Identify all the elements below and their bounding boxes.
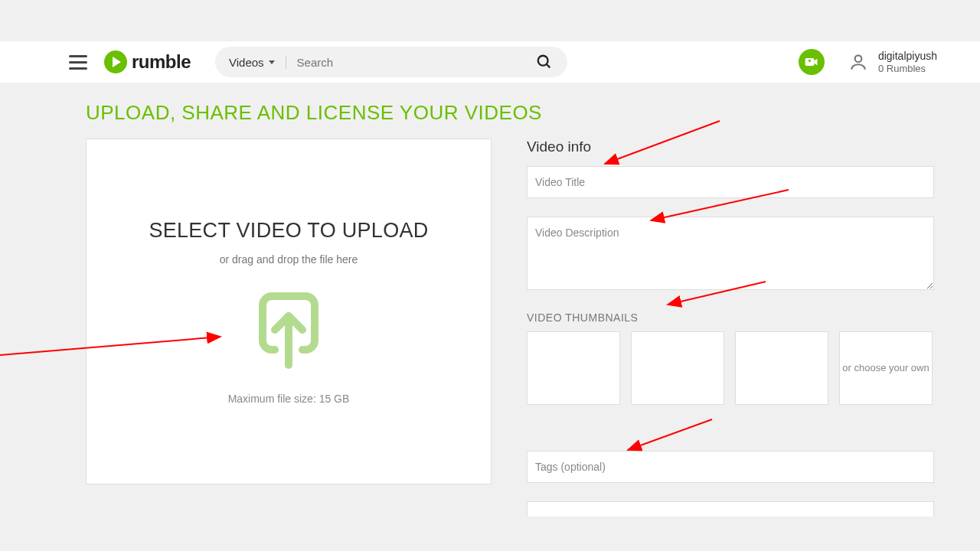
video-info-heading: Video info — [527, 139, 934, 155]
dropzone-title: SELECT VIDEO TO UPLOAD — [149, 219, 428, 243]
user-icon — [846, 50, 871, 74]
search-input[interactable] — [286, 56, 535, 69]
chevron-down-icon — [269, 60, 275, 64]
logo-text: rumble — [132, 51, 191, 73]
site-header: rumble Videos digitalpiyush 0 Rumbles — [0, 41, 980, 83]
svg-line-1 — [547, 64, 550, 68]
search-type-select[interactable]: Videos — [229, 56, 286, 69]
next-field-partial[interactable] — [527, 501, 934, 517]
camera-plus-icon — [804, 54, 819, 70]
dropzone-subtitle: or drag and drop the file here — [220, 253, 358, 266]
upload-arrow-icon — [252, 289, 325, 376]
video-title-input[interactable] — [527, 166, 934, 198]
page-title: UPLOAD, SHARE AND LICENSE YOUR VIDEOS — [86, 101, 934, 125]
upload-button[interactable] — [799, 49, 825, 75]
thumbnails-row: or choose your own — [527, 331, 934, 405]
svg-point-2 — [855, 55, 862, 62]
search-type-label: Videos — [229, 56, 264, 69]
video-description-input[interactable] — [527, 217, 934, 290]
thumbnail-slot[interactable] — [527, 331, 620, 405]
search-button[interactable] — [535, 53, 554, 71]
search-bar: Videos — [215, 47, 567, 77]
thumbnails-label: VIDEO THUMBNAILS — [527, 311, 934, 324]
thumbnail-slot[interactable] — [631, 331, 724, 405]
thumbnail-slot[interactable] — [735, 331, 828, 405]
tags-input[interactable] — [527, 451, 934, 483]
dropzone-max: Maximum file size: 15 GB — [228, 393, 350, 405]
play-icon — [104, 51, 127, 73]
site-logo[interactable]: rumble — [104, 51, 191, 73]
user-rumbles: 0 Rumbles — [878, 63, 937, 75]
thumbnail-choose-own[interactable]: or choose your own — [839, 331, 933, 405]
menu-toggle[interactable] — [69, 51, 90, 73]
upload-dropzone[interactable]: SELECT VIDEO TO UPLOAD or drag and drop … — [86, 139, 492, 484]
search-icon — [536, 54, 553, 70]
user-menu[interactable]: digitalpiyush 0 Rumbles — [846, 50, 937, 74]
svg-point-0 — [538, 56, 548, 66]
user-name: digitalpiyush — [878, 50, 937, 63]
